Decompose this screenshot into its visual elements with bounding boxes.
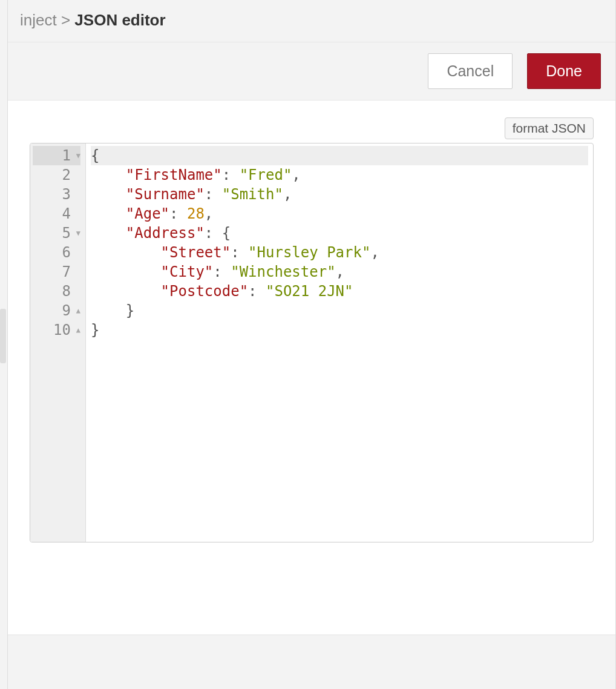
fold-close-icon[interactable]: ▲ — [73, 326, 80, 334]
left-edge-handle[interactable] — [0, 309, 6, 363]
token-str: "Fred" — [240, 166, 292, 183]
cancel-button[interactable]: Cancel — [428, 53, 513, 89]
line-number: 9 — [62, 301, 71, 320]
token-punc: , — [283, 186, 292, 203]
gutter-line[interactable]: 3 — [33, 185, 80, 204]
token-punc: : — [205, 186, 222, 203]
token-punc: , — [292, 166, 300, 183]
breadcrumb-separator: > — [61, 11, 70, 29]
line-gutter[interactable]: 1▼2345▼6789▲10▲ — [30, 143, 86, 542]
done-button[interactable]: Done — [527, 53, 601, 89]
footer-spacer — [8, 635, 615, 689]
fold-open-icon[interactable]: ▼ — [73, 229, 80, 237]
breadcrumb: inject > JSON editor — [8, 0, 615, 42]
code-line[interactable]: "Street": "Hursley Park", — [91, 243, 588, 262]
code-editor[interactable]: 1▼2345▼6789▲10▲ { "FirstName": "Fred", "… — [30, 143, 594, 542]
gutter-line[interactable]: 8 — [33, 282, 80, 301]
token-str: "SO21 2JN" — [266, 283, 353, 300]
gutter-line[interactable]: 5▼ — [33, 223, 80, 243]
json-editor-panel: inject > JSON editor Cancel Done format … — [7, 0, 616, 689]
token-punc: : — [231, 244, 248, 261]
format-json-button[interactable]: format JSON — [505, 117, 594, 139]
line-number: 6 — [62, 243, 71, 262]
token-punc: , — [336, 263, 344, 280]
line-number: 7 — [62, 262, 71, 282]
token-punc: } — [126, 302, 134, 319]
token-punc: : — [222, 166, 240, 183]
line-number: 4 — [62, 204, 71, 223]
line-number: 5 — [62, 223, 71, 243]
token-str: "Winchester" — [231, 263, 335, 280]
code-line[interactable]: "FirstName": "Fred", — [91, 165, 588, 185]
token-str: "Hursley Park" — [248, 244, 370, 261]
token-punc: : — [169, 205, 187, 222]
token-key: "Age" — [126, 205, 169, 222]
token-punc: { — [222, 225, 231, 242]
breadcrumb-parent[interactable]: inject — [20, 11, 57, 29]
code-area[interactable]: { "FirstName": "Fred", "Surname": "Smith… — [86, 143, 593, 542]
editor-main: format JSON 1▼2345▼6789▲10▲ { "FirstName… — [8, 101, 615, 635]
token-key: "FirstName" — [126, 166, 222, 183]
token-str: "Smith" — [222, 186, 283, 203]
breadcrumb-current: JSON editor — [74, 11, 165, 29]
token-key: "Address" — [126, 225, 205, 242]
code-line[interactable]: "Age": 28, — [91, 204, 588, 223]
gutter-line[interactable]: 4 — [33, 204, 80, 223]
token-punc: : — [205, 225, 222, 242]
token-punc: : — [248, 283, 266, 300]
code-line[interactable]: "Address": { — [91, 223, 588, 243]
token-punc: , — [205, 205, 213, 222]
gutter-line[interactable]: 9▲ — [33, 301, 80, 320]
token-punc: , — [370, 244, 379, 261]
line-number: 8 — [62, 282, 71, 301]
line-number: 3 — [62, 185, 71, 204]
fold-open-icon[interactable]: ▼ — [73, 152, 80, 159]
gutter-line[interactable]: 6 — [33, 243, 80, 262]
token-punc: } — [91, 321, 99, 338]
code-line[interactable]: } — [91, 320, 588, 340]
code-line[interactable]: "Postcode": "SO21 2JN" — [91, 282, 588, 301]
code-line[interactable]: "City": "Winchester", — [91, 262, 588, 282]
dialog-toolbar: Cancel Done — [8, 42, 615, 101]
line-number: 2 — [62, 165, 71, 185]
line-number: 1 — [62, 146, 71, 165]
gutter-line[interactable]: 7 — [33, 262, 80, 282]
token-key: "City" — [161, 263, 214, 280]
gutter-line[interactable]: 10▲ — [33, 320, 80, 340]
code-line[interactable]: } — [91, 301, 588, 320]
token-key: "Postcode" — [161, 283, 249, 300]
token-punc: { — [91, 147, 99, 164]
token-key: "Surname" — [126, 186, 205, 203]
format-row: format JSON — [30, 117, 594, 139]
fold-close-icon[interactable]: ▲ — [73, 307, 80, 314]
token-num: 28 — [187, 205, 205, 222]
token-punc: : — [213, 263, 231, 280]
gutter-line[interactable]: 1▼ — [33, 146, 80, 165]
gutter-line[interactable]: 2 — [33, 165, 80, 185]
code-line[interactable]: { — [91, 146, 588, 165]
code-line[interactable]: "Surname": "Smith", — [91, 185, 588, 204]
line-number: 10 — [53, 320, 71, 340]
token-key: "Street" — [161, 244, 231, 261]
